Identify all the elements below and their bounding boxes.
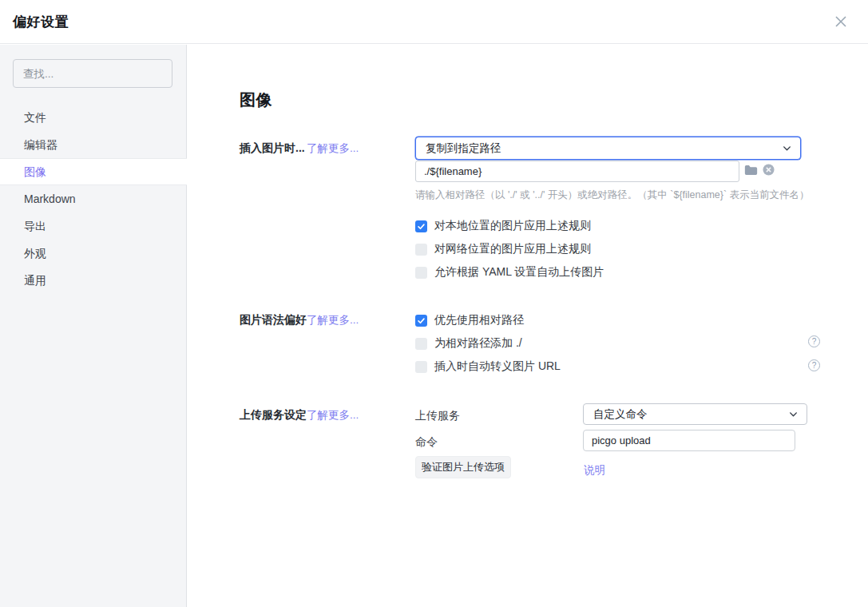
checkbox-checked[interactable]: [415, 315, 427, 327]
checkbox-unchecked[interactable]: [415, 338, 427, 350]
search-input[interactable]: [13, 59, 172, 88]
folder-icon: [744, 165, 758, 176]
upload-service-value: 自定义命令: [593, 407, 648, 422]
checkbox-checked[interactable]: [415, 220, 427, 232]
checkbox-row-prefer-relative-path[interactable]: 优先使用相对路径: [415, 313, 524, 327]
help-icon[interactable]: ?: [808, 359, 820, 371]
upload-service-label: 上传服务: [415, 409, 460, 423]
command-input[interactable]: [583, 430, 795, 451]
clear-path-button[interactable]: [763, 164, 775, 176]
section-label-insert-image: 插入图片时...: [240, 141, 305, 156]
insert-image-action-select[interactable]: 复制到指定路径: [415, 137, 801, 160]
folder-browse-button[interactable]: [744, 165, 758, 176]
preferences-dialog: 偏好设置 文件 编辑器 图像 Markdown 导出 外观 通用 图像 插入图片…: [0, 0, 868, 607]
checkmark-icon: [417, 316, 426, 325]
page-title: 图像: [240, 89, 272, 111]
sidebar-item-general[interactable]: 通用: [0, 267, 187, 294]
chevron-down-icon: [782, 143, 792, 153]
checkbox-unchecked[interactable]: [415, 244, 427, 256]
path-hint-text: 请输入相对路径（以 './' 或 '../' 开头）或绝对路径。（其中 `${f…: [415, 188, 810, 202]
learn-more-link-insert-image[interactable]: 了解更多...: [307, 141, 359, 156]
checkbox-row-escape-image-url[interactable]: 插入时自动转义图片 URL: [415, 359, 561, 374]
sidebar-item-image[interactable]: 图像: [0, 158, 187, 185]
copy-path-input[interactable]: [415, 161, 739, 182]
checkbox-label: 优先使用相对路径: [434, 313, 524, 327]
checkbox-unchecked[interactable]: [415, 267, 427, 279]
sidebar-item-file[interactable]: 文件: [0, 104, 187, 131]
clear-circle-x-icon: [763, 164, 775, 176]
learn-more-link-image-syntax[interactable]: 了解更多...: [307, 313, 359, 327]
checkbox-row-local-images[interactable]: 对本地位置的图片应用上述规则: [415, 219, 591, 233]
learn-more-link-upload-service[interactable]: 了解更多...: [307, 408, 359, 423]
command-label: 命令: [415, 435, 438, 450]
upload-service-select[interactable]: 自定义命令: [583, 403, 807, 425]
instructions-link[interactable]: 说明: [584, 463, 605, 478]
close-button[interactable]: [829, 10, 853, 34]
chevron-down-icon: [788, 409, 799, 419]
sidebar: 文件 编辑器 图像 Markdown 导出 外观 通用: [0, 45, 187, 607]
section-label-upload-service: 上传服务设定: [240, 408, 307, 423]
sidebar-item-editor[interactable]: 编辑器: [0, 131, 187, 158]
checkbox-row-add-dot-slash[interactable]: 为相对路径添加 ./: [415, 336, 522, 351]
insert-image-action-value: 复制到指定路径: [426, 141, 501, 156]
checkbox-row-network-images[interactable]: 对网络位置的图片应用上述规则: [415, 242, 591, 256]
checkbox-label: 插入时自动转义图片 URL: [434, 359, 561, 374]
checkbox-label: 允许根据 YAML 设置自动上传图片: [434, 265, 604, 280]
checkbox-label: 为相对路径添加 ./: [434, 336, 522, 351]
checkbox-label: 对网络位置的图片应用上述规则: [434, 242, 591, 256]
validate-upload-button[interactable]: 验证图片上传选项: [415, 456, 511, 478]
sidebar-nav: 文件 编辑器 图像 Markdown 导出 外观 通用: [0, 104, 187, 294]
help-icon[interactable]: ?: [808, 335, 820, 347]
sidebar-item-export[interactable]: 导出: [0, 212, 187, 240]
close-icon: [834, 14, 848, 29]
checkbox-unchecked[interactable]: [415, 361, 427, 373]
dialog-title: 偏好设置: [13, 13, 69, 31]
sidebar-item-appearance[interactable]: 外观: [0, 240, 187, 267]
sidebar-item-markdown[interactable]: Markdown: [0, 185, 187, 212]
checkmark-icon: [417, 222, 426, 231]
checkbox-label: 对本地位置的图片应用上述规则: [434, 219, 591, 233]
dialog-header: 偏好设置: [0, 0, 868, 44]
section-label-image-syntax: 图片语法偏好: [240, 313, 307, 327]
checkbox-row-yaml-upload[interactable]: 允许根据 YAML 设置自动上传图片: [415, 265, 604, 280]
